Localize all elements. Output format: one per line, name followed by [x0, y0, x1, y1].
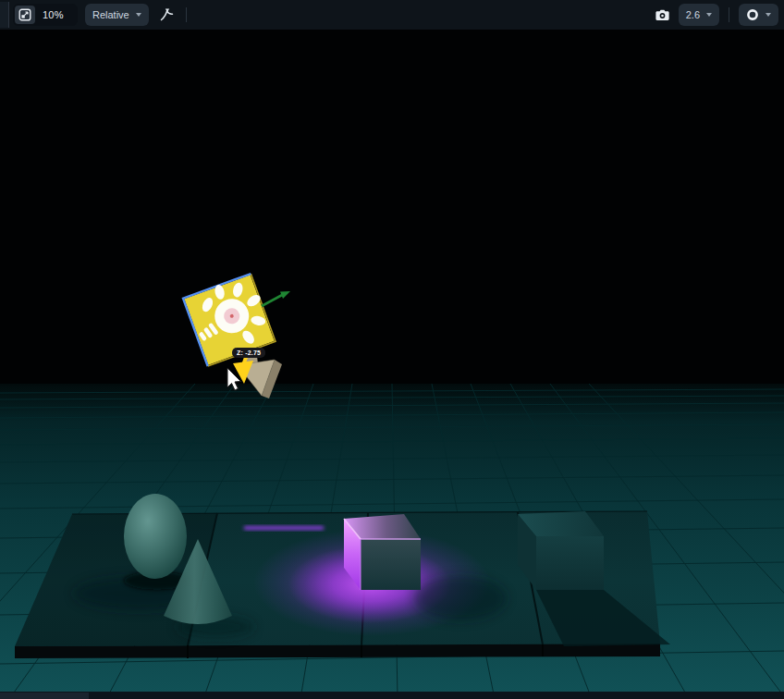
chevron-down-icon: [766, 13, 771, 17]
bezier-tool-button[interactable]: [156, 5, 177, 25]
bottom-left-fragment: [0, 693, 89, 699]
bezier-tool-icon: [158, 6, 175, 23]
scale-button[interactable]: [15, 6, 35, 24]
scale-icon: [18, 8, 31, 21]
chevron-down-icon: [136, 13, 141, 17]
viewport-bottom-strip: [0, 692, 784, 699]
transform-mode-dropdown[interactable]: Relative: [85, 4, 149, 26]
camera-version-label: 2.6: [686, 9, 700, 20]
render-ring-icon: [746, 8, 759, 21]
zoom-level-control[interactable]: 10%: [13, 4, 78, 26]
toolbar-divider: [729, 7, 729, 22]
top-toolbar: 10% Relative 2.6: [0, 0, 784, 30]
scene-viewport[interactable]: Z: -2.75: [0, 30, 784, 699]
transform-mode-label: Relative: [92, 9, 129, 20]
panel-edge-fragment: [0, 2, 9, 28]
camera-button[interactable]: [655, 6, 671, 23]
chevron-down-icon: [706, 13, 712, 17]
scene-canvas[interactable]: [0, 30, 784, 699]
camera-version-dropdown[interactable]: 2.6: [679, 4, 719, 26]
z-position-tooltip: Z: -2.75: [232, 348, 265, 358]
render-mode-dropdown[interactable]: [739, 4, 778, 26]
camera-icon: [655, 9, 669, 21]
zoom-value[interactable]: 10%: [35, 9, 71, 20]
toolbar-divider: [186, 7, 187, 22]
